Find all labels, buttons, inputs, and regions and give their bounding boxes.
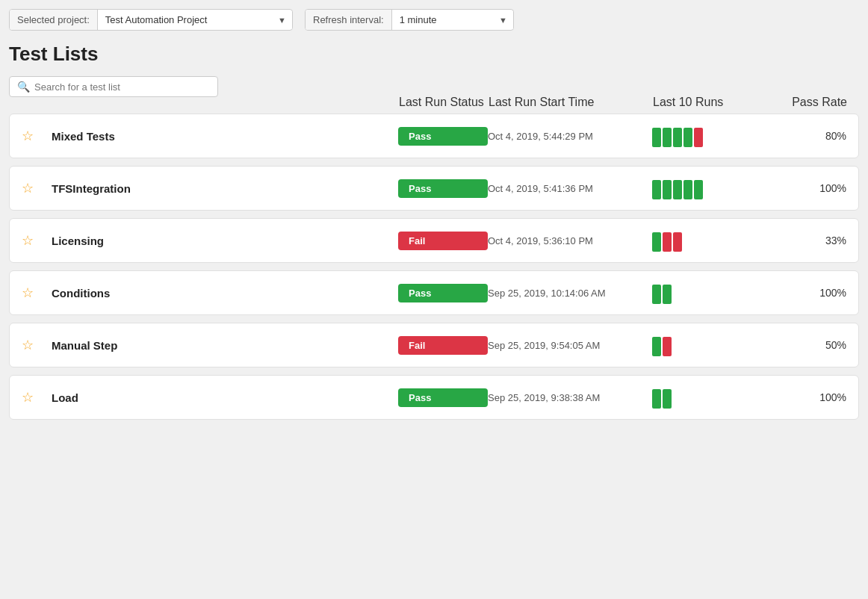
green-bar — [683, 180, 692, 199]
header-pass-rate: Pass Rate — [772, 95, 847, 109]
status-badge: Pass — [398, 179, 488, 198]
refresh-dropdown-arrow[interactable]: ▼ — [493, 11, 513, 29]
table-row[interactable]: ☆TFSIntegrationPassOct 4, 2019, 5:41:36 … — [9, 166, 859, 211]
search-icon: 🔍 — [17, 81, 30, 93]
header-last-10-runs: Last 10 Runs — [653, 96, 772, 109]
star-icon[interactable]: ☆ — [22, 337, 52, 353]
table-row[interactable]: ☆Manual StepFailSep 25, 2019, 9:54:05 AM… — [9, 323, 859, 367]
star-icon[interactable]: ☆ — [22, 128, 52, 144]
run-time: Sep 25, 2019, 9:38:38 AM — [488, 392, 652, 403]
project-label: Selected project: — [10, 10, 98, 30]
status-badge: Pass — [398, 284, 488, 302]
green-bar — [652, 337, 661, 356]
run-time: Sep 25, 2019, 10:14:06 AM — [488, 288, 652, 299]
table-row[interactable]: ☆Mixed TestsPassOct 4, 2019, 5:44:29 PM8… — [9, 114, 859, 158]
refresh-dropdown[interactable]: Refresh interval: 1 minute ▼ — [305, 9, 514, 31]
run-time: Oct 4, 2019, 5:41:36 PM — [488, 183, 652, 194]
red-bar — [673, 232, 682, 252]
pass-rate: 33% — [772, 235, 846, 246]
test-name: Load — [52, 391, 398, 404]
refresh-label: Refresh interval: — [306, 10, 392, 30]
run-time: Oct 4, 2019, 5:36:10 PM — [488, 235, 652, 246]
test-name: Mixed Tests — [52, 130, 398, 143]
green-bar — [673, 128, 682, 147]
test-name: Manual Step — [52, 339, 398, 352]
header-last-run-status: Last Run Status — [399, 96, 489, 109]
runs-bars — [652, 282, 772, 304]
green-bar — [694, 180, 703, 199]
runs-bars — [652, 229, 772, 252]
status-badge: Fail — [398, 336, 488, 355]
star-icon[interactable]: ☆ — [22, 389, 52, 406]
runs-bars — [652, 177, 772, 199]
runs-bars — [652, 334, 772, 356]
star-icon[interactable]: ☆ — [22, 180, 52, 196]
green-bar — [683, 128, 692, 147]
table-row[interactable]: ☆LicensingFailOct 4, 2019, 5:36:10 PM33% — [9, 218, 859, 263]
run-time: Oct 4, 2019, 5:44:29 PM — [488, 131, 652, 142]
runs-bars — [652, 386, 772, 409]
star-icon[interactable]: ☆ — [22, 285, 52, 301]
top-bar: Selected project: Test Automation Projec… — [9, 9, 859, 31]
table-row[interactable]: ☆LoadPassSep 25, 2019, 9:38:38 AM100% — [9, 375, 859, 420]
header-last-run-start-time: Last Run Start Time — [489, 96, 653, 109]
status-badge: Fail — [398, 232, 488, 250]
pass-rate: 50% — [772, 339, 846, 351]
green-bar — [652, 389, 661, 409]
status-badge: Pass — [398, 388, 488, 407]
green-bar — [663, 389, 672, 409]
page-title: Test Lists — [9, 43, 859, 66]
test-name: Licensing — [52, 235, 398, 247]
red-bar — [694, 128, 703, 147]
green-bar — [663, 180, 672, 199]
pass-rate: 80% — [772, 130, 846, 142]
search-bar[interactable]: 🔍 — [9, 76, 218, 97]
test-name: TFSIntegration — [52, 182, 398, 195]
green-bar — [663, 285, 672, 304]
table-row[interactable]: ☆ConditionsPassSep 25, 2019, 10:14:06 AM… — [9, 270, 859, 315]
test-list-rows: ☆Mixed TestsPassOct 4, 2019, 5:44:29 PM8… — [9, 114, 859, 420]
green-bar — [673, 180, 682, 199]
search-input[interactable] — [34, 81, 210, 93]
run-time: Sep 25, 2019, 9:54:05 AM — [488, 340, 652, 351]
pass-rate: 100% — [772, 287, 846, 299]
green-bar — [652, 232, 661, 252]
red-bar — [663, 232, 672, 252]
green-bar — [652, 180, 661, 199]
project-dropdown-arrow[interactable]: ▼ — [272, 11, 292, 29]
star-icon[interactable]: ☆ — [22, 232, 52, 249]
pass-rate: 100% — [772, 182, 846, 194]
test-name: Conditions — [52, 287, 398, 300]
project-value: Test Automation Project — [98, 10, 272, 30]
pass-rate: 100% — [772, 391, 846, 403]
green-bar — [652, 285, 661, 304]
red-bar — [663, 337, 672, 356]
refresh-value: 1 minute — [392, 10, 493, 30]
project-dropdown[interactable]: Selected project: Test Automation Projec… — [9, 9, 293, 31]
green-bar — [652, 128, 661, 147]
runs-bars — [652, 125, 772, 147]
status-badge: Pass — [398, 127, 488, 146]
green-bar — [663, 128, 672, 147]
